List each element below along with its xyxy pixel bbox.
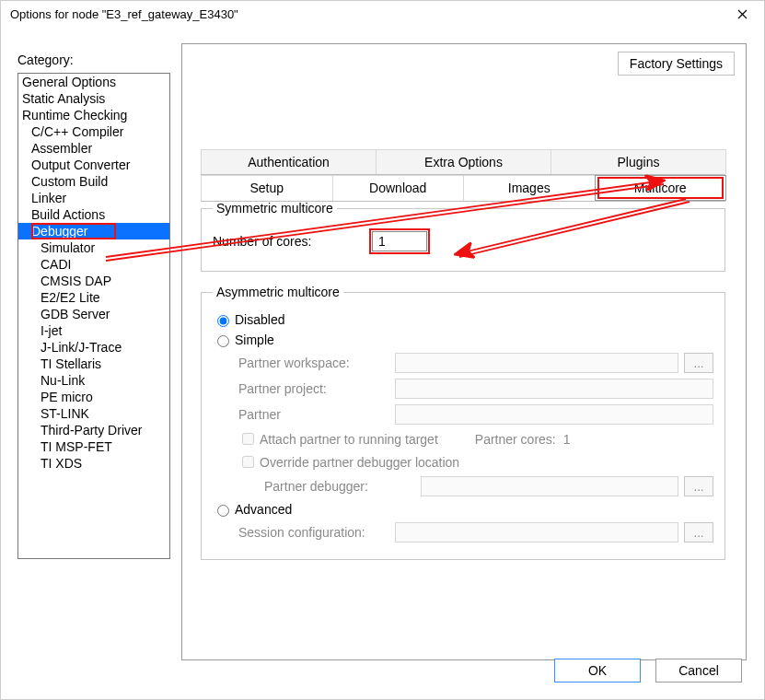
tab-row-front: Setup Download Images Multicore bbox=[201, 175, 725, 202]
advanced-subgroup: Session configuration: ... bbox=[238, 522, 713, 542]
category-simulator[interactable]: Simulator bbox=[18, 239, 169, 256]
tab-images[interactable]: Images bbox=[463, 175, 596, 201]
partner-cores-value: 1 bbox=[563, 432, 571, 447]
attach-partner-checkbox[interactable] bbox=[242, 433, 254, 445]
radio-simple[interactable] bbox=[217, 335, 229, 347]
number-of-cores-input[interactable] bbox=[372, 231, 427, 251]
category-cmsis-dap[interactable]: CMSIS DAP bbox=[18, 273, 169, 289]
category-static-analysis[interactable]: Static Analysis bbox=[18, 90, 169, 107]
category-general-options[interactable]: General Options bbox=[18, 74, 169, 90]
annotation-box-cores bbox=[369, 228, 430, 254]
category-gdb-server[interactable]: GDB Server bbox=[18, 306, 169, 322]
category-third-party-driver[interactable]: Third-Party Driver bbox=[18, 422, 169, 438]
title-bar: Options for node "E3_ref_gateway_E3430" bbox=[1, 1, 764, 27]
dialog-footer: OK Cancel bbox=[554, 659, 742, 682]
simple-subgroup: Partner workspace: ... Partner project: … bbox=[238, 353, 713, 496]
tab-panel-body: Symmetric multicore Number of cores: Asy… bbox=[201, 201, 725, 573]
asymmetric-legend: Asymmetric multicore bbox=[213, 285, 343, 299]
tab-setup[interactable]: Setup bbox=[201, 175, 333, 201]
category-cadi[interactable]: CADI bbox=[18, 256, 169, 273]
partner-workspace-label: Partner workspace: bbox=[238, 356, 395, 370]
radio-disabled-label: Disabled bbox=[235, 312, 284, 327]
category-list[interactable]: General Options Static Analysis Runtime … bbox=[17, 73, 170, 559]
category-debugger[interactable]: Debugger bbox=[18, 223, 169, 239]
tab-multicore[interactable]: Multicore bbox=[595, 175, 727, 201]
tab-row-back: Authentication Extra Options Plugins bbox=[201, 149, 725, 175]
category-custom-build[interactable]: Custom Build bbox=[18, 173, 169, 190]
category-ijet[interactable]: I-jet bbox=[18, 322, 169, 339]
override-partner-label: Override partner debugger location bbox=[260, 455, 459, 470]
category-c-cpp-compiler[interactable]: C/C++ Compiler bbox=[18, 123, 169, 140]
category-runtime-checking[interactable]: Runtime Checking bbox=[18, 107, 169, 123]
dialog-window: Options for node "E3_ref_gateway_E3430" … bbox=[0, 0, 765, 700]
category-label: Category: bbox=[17, 52, 74, 67]
partner-debugger-label: Partner debugger: bbox=[264, 479, 421, 494]
partner-workspace-input[interactable] bbox=[395, 353, 678, 373]
partner-debugger-input[interactable] bbox=[421, 476, 678, 496]
session-config-input[interactable] bbox=[395, 522, 678, 542]
radio-disabled[interactable] bbox=[217, 315, 229, 327]
tab-extra-options[interactable]: Extra Options bbox=[376, 149, 551, 174]
radio-simple-label: Simple bbox=[235, 332, 274, 347]
options-panel: Factory Settings Authentication Extra Op… bbox=[181, 43, 747, 660]
close-button[interactable] bbox=[725, 1, 759, 27]
tab-authentication[interactable]: Authentication bbox=[201, 149, 377, 174]
tab-strip: Authentication Extra Options Plugins Set… bbox=[201, 149, 725, 202]
category-stlink[interactable]: ST-LINK bbox=[18, 405, 169, 422]
partner-project-label: Partner project: bbox=[238, 381, 395, 396]
symmetric-multicore-group: Symmetric multicore Number of cores: bbox=[201, 201, 725, 272]
partner-cores-label: Partner cores: bbox=[475, 432, 556, 447]
partner-label: Partner bbox=[238, 407, 395, 422]
category-nulink[interactable]: Nu-Link bbox=[18, 372, 169, 389]
partner-input[interactable] bbox=[395, 404, 713, 425]
partner-debugger-browse-button[interactable]: ... bbox=[684, 476, 713, 496]
tab-plugins[interactable]: Plugins bbox=[551, 149, 726, 174]
category-linker[interactable]: Linker bbox=[18, 190, 169, 206]
number-of-cores-label: Number of cores: bbox=[213, 234, 369, 249]
category-output-converter[interactable]: Output Converter bbox=[18, 157, 169, 173]
category-e2-e2lite[interactable]: E2/E2 Lite bbox=[18, 289, 169, 306]
partner-workspace-browse-button[interactable]: ... bbox=[684, 353, 713, 373]
category-build-actions[interactable]: Build Actions bbox=[18, 206, 169, 223]
session-config-label: Session configuration: bbox=[238, 525, 395, 540]
category-debugger-label: Debugger bbox=[31, 224, 88, 239]
partner-project-input[interactable] bbox=[395, 379, 713, 399]
category-ti-stellaris[interactable]: TI Stellaris bbox=[18, 356, 169, 372]
tab-download[interactable]: Download bbox=[332, 175, 465, 201]
cancel-button[interactable]: Cancel bbox=[655, 659, 742, 682]
close-icon bbox=[737, 9, 748, 19]
attach-partner-label: Attach partner to running target bbox=[260, 432, 438, 447]
category-ti-mspfet[interactable]: TI MSP-FET bbox=[18, 438, 169, 455]
content-area: Category: General Options Static Analysi… bbox=[1, 27, 764, 699]
factory-settings-button[interactable]: Factory Settings bbox=[618, 52, 735, 76]
category-assembler[interactable]: Assembler bbox=[18, 140, 169, 157]
session-config-browse-button[interactable]: ... bbox=[684, 522, 713, 542]
ok-button[interactable]: OK bbox=[554, 659, 641, 682]
radio-advanced-label: Advanced bbox=[235, 502, 292, 517]
category-ti-xds[interactable]: TI XDS bbox=[18, 455, 169, 472]
window-title: Options for node "E3_ref_gateway_E3430" bbox=[6, 7, 238, 21]
asymmetric-multicore-group: Asymmetric multicore Disabled Simple Par… bbox=[201, 285, 725, 560]
category-pe-micro[interactable]: PE micro bbox=[18, 389, 169, 405]
category-jlink[interactable]: J-Link/J-Trace bbox=[18, 339, 169, 356]
symmetric-legend: Symmetric multicore bbox=[213, 201, 337, 216]
radio-advanced[interactable] bbox=[217, 505, 229, 517]
override-partner-checkbox[interactable] bbox=[242, 456, 254, 468]
